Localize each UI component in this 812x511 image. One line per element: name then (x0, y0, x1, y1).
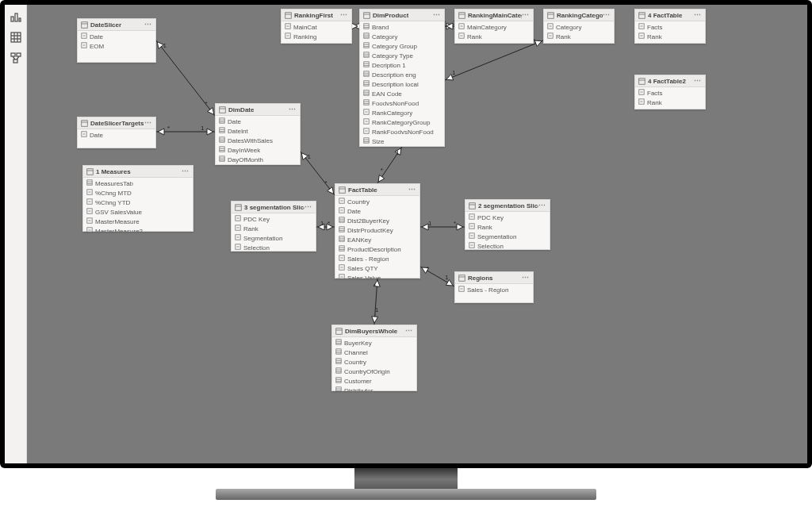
table-card-RankingFirst[interactable]: RankingFirst⋯MainCatRanking (281, 9, 352, 44)
field-row[interactable]: MainCat (282, 22, 351, 32)
field-row[interactable]: Channel (332, 348, 416, 357)
table-header[interactable]: RankingMainCategory⋯ (455, 10, 533, 21)
field-row[interactable]: PDC Key (232, 214, 316, 224)
table-header[interactable]: DateSlicer⋯ (78, 19, 155, 31)
field-row[interactable]: Rank (544, 32, 614, 41)
table-card-Regions[interactable]: Regions⋯Sales - Region (454, 271, 534, 303)
table-menu-button[interactable]: ⋯ (694, 11, 702, 19)
table-menu-button[interactable]: ⋯ (433, 11, 441, 19)
table-header[interactable]: 4 FactTable2⋯ (635, 75, 705, 87)
field-row[interactable]: Category Type (360, 51, 444, 60)
field-row[interactable]: DistrProductKey (335, 225, 419, 235)
table-card-RankingMainCategory[interactable]: RankingMainCategory⋯MainCategoryRank (454, 9, 534, 44)
field-row[interactable]: Sales Value (335, 273, 419, 279)
field-row[interactable]: DayOfMonth (216, 155, 300, 164)
field-row[interactable]: Selection (232, 243, 316, 252)
field-row[interactable]: Rank (465, 222, 550, 232)
table-header[interactable]: DimBuyersWhole⋯ (332, 325, 416, 337)
field-row[interactable]: Description eng (360, 70, 444, 79)
field-row[interactable]: Rank (635, 32, 705, 41)
field-row[interactable]: Category (360, 32, 444, 41)
field-row[interactable]: Distributor (332, 386, 416, 391)
field-row[interactable]: Country (335, 197, 419, 206)
field-row[interactable]: Facts (635, 22, 705, 32)
field-row[interactable]: RankCategoryGroup (360, 117, 444, 127)
table-header[interactable]: 2 segmentation Slice...⋯ (465, 200, 550, 212)
data-view-button[interactable] (9, 30, 23, 44)
field-row[interactable]: DateInt (216, 126, 300, 136)
field-row[interactable]: RankFoodvsNonFood (360, 127, 444, 136)
field-row[interactable]: Rank (232, 224, 316, 233)
model-canvas[interactable]: 1**1*1*1*11*1**1*11*1* DateSlicer⋯DateEO… (27, 5, 807, 463)
field-row[interactable]: Date (335, 206, 419, 216)
field-row[interactable]: CountryOfOrigin (332, 367, 416, 376)
field-row[interactable]: Segmentation (465, 232, 550, 241)
field-row[interactable]: DayOfWeekName (216, 164, 300, 165)
field-row[interactable]: Sales - Region (335, 254, 419, 263)
table-card-Measures[interactable]: 1 Measures⋯MeasuresTab%Chng MTD%Chng YTD… (82, 165, 193, 232)
field-row[interactable]: FoodvsNonFood (360, 98, 444, 108)
field-row[interactable]: Description local (360, 79, 444, 89)
field-row[interactable]: BuyerKey (332, 338, 416, 348)
field-row[interactable]: Segmentation (232, 233, 316, 243)
field-row[interactable]: PDC Key (465, 213, 550, 222)
model-view-button[interactable] (9, 51, 23, 65)
table-card-FactTable42[interactable]: 4 FactTable2⋯FactsRank (634, 75, 706, 110)
table-header[interactable]: 4 FactTable⋯ (635, 10, 705, 21)
table-menu-button[interactable]: ⋯ (603, 11, 611, 19)
field-row[interactable]: Decription 1 (360, 60, 444, 70)
table-card-DateSlicerTargets[interactable]: DateSlicerTargets⋯Date (77, 117, 156, 148)
table-card-DimDate[interactable]: DimDate⋯DateDateIntDatesWithSalesDayInWe… (215, 103, 301, 165)
field-row[interactable]: DatesWithSales (216, 136, 300, 145)
field-row[interactable]: MeasuresTab (83, 179, 193, 188)
field-row[interactable]: EANKey (335, 235, 419, 244)
field-row[interactable]: Size (360, 136, 444, 146)
table-card-DateSlicer[interactable]: DateSlicer⋯DateEOM (77, 18, 156, 63)
field-row[interactable]: Rank (635, 98, 705, 107)
field-row[interactable]: MainCategory (455, 22, 533, 32)
table-card-Seg3[interactable]: 3 segmentation Slice...⋯PDC KeyRankSegme… (231, 201, 316, 252)
field-row[interactable]: EAN Code (360, 89, 444, 98)
table-header[interactable]: DateSlicerTargets⋯ (78, 117, 155, 129)
table-card-Seg2[interactable]: 2 segmentation Slice...⋯PDC KeyRankSegme… (465, 199, 550, 250)
table-header[interactable]: RankingFirst⋯ (282, 10, 351, 21)
field-row[interactable]: DayInWeek (216, 145, 300, 155)
table-menu-button[interactable]: ⋯ (694, 77, 702, 85)
field-row[interactable]: Country (332, 357, 416, 367)
table-header[interactable]: Regions⋯ (455, 272, 533, 284)
table-menu-button[interactable]: ⋯ (144, 21, 152, 29)
field-row[interactable]: GSV SalesValue (83, 207, 193, 217)
table-menu-button[interactable]: ⋯ (304, 203, 312, 211)
table-card-RankingCategory[interactable]: RankingCategory⋯CategoryRank (543, 9, 615, 44)
table-header[interactable]: RankingCategory⋯ (544, 10, 614, 21)
table-menu-button[interactable]: ⋯ (408, 186, 416, 194)
table-header[interactable]: 1 Measures⋯ (83, 166, 193, 178)
field-row[interactable]: Dist2BuyerKey (335, 216, 419, 225)
field-row[interactable]: Customer (332, 376, 416, 386)
field-row[interactable]: Facts (635, 88, 705, 98)
field-row[interactable]: ProductDescription (335, 244, 419, 254)
table-header[interactable]: FactTable⋯ (335, 184, 419, 196)
field-row[interactable]: Category (544, 22, 614, 32)
table-menu-button[interactable]: ⋯ (144, 119, 152, 127)
field-row[interactable]: Category Group (360, 41, 444, 51)
field-row[interactable]: Sales QTY (335, 263, 419, 273)
field-row[interactable]: MasterMeasure2 (83, 226, 193, 232)
field-row[interactable]: Brand (360, 22, 444, 32)
table-card-DimBuyersWhole[interactable]: DimBuyersWhole⋯BuyerKeyChannelCountryCou… (331, 325, 417, 391)
table-header[interactable]: DimDate⋯ (216, 104, 300, 116)
report-view-button[interactable] (9, 10, 23, 24)
field-row[interactable]: Ranking (282, 32, 351, 41)
field-row[interactable]: Date (216, 117, 300, 126)
table-menu-button[interactable]: ⋯ (340, 11, 348, 19)
table-header[interactable]: DimProduct⋯ (360, 10, 444, 21)
field-row[interactable]: Date (78, 32, 155, 41)
field-row[interactable]: EOM (78, 41, 155, 51)
field-row[interactable]: Rank (455, 32, 533, 41)
table-card-FactTable4[interactable]: 4 FactTable⋯FactsRank (634, 9, 706, 44)
table-header[interactable]: 3 segmentation Slice...⋯ (232, 202, 316, 213)
table-menu-button[interactable]: ⋯ (522, 274, 530, 282)
field-row[interactable]: Sales - Region (455, 285, 533, 294)
field-row[interactable]: RankCategory (360, 108, 444, 117)
field-row[interactable]: MasterMeasure (83, 217, 193, 226)
